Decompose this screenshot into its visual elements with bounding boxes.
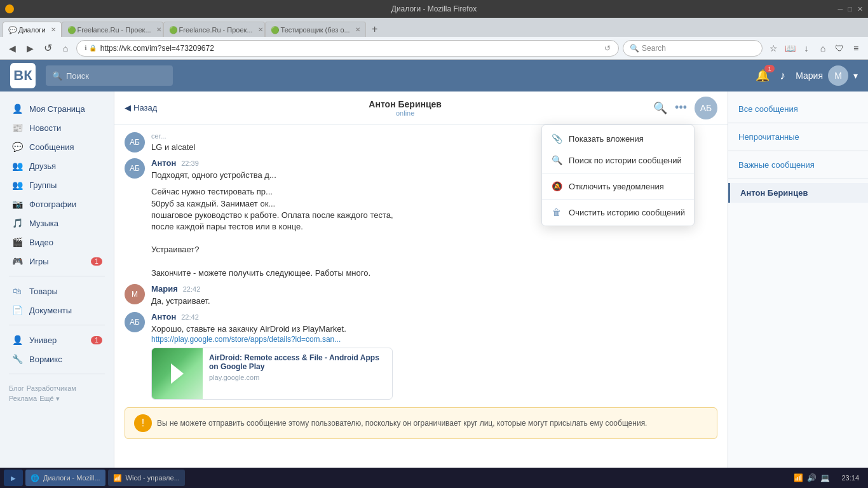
notifications-button[interactable]: 🔔 1 bbox=[756, 69, 770, 83]
sidebar-item-photos[interactable]: 📷 Фотографии bbox=[3, 194, 111, 214]
reading-view-button[interactable]: 📖 bbox=[783, 41, 797, 55]
msg-text-maria: Да, устраивает. bbox=[151, 295, 717, 307]
sidebar-item-docs[interactable]: 📄 Документы bbox=[3, 301, 111, 320]
tab-close-freelance1[interactable]: ✕ bbox=[156, 26, 161, 33]
browser-tabs: 💬 Диалоги ✕ 🟢 Freelance.Ru - Проек... ✕ … bbox=[0, 18, 868, 37]
sidebar-item-univer[interactable]: 👤 Универ 1 bbox=[3, 330, 111, 349]
bookmarks-star-button[interactable]: ☆ bbox=[766, 41, 780, 55]
chat-search-icon[interactable]: 🔍 bbox=[653, 101, 667, 115]
sidebar-item-groups[interactable]: 👥 Группы bbox=[3, 175, 111, 194]
context-item-clear-history[interactable]: 🗑 Очистить историю сообщений bbox=[542, 201, 694, 223]
tab-close-freelance2[interactable]: ✕ bbox=[258, 26, 263, 33]
tab-freelance1[interactable]: 🟢 Freelance.Ru - Проек... ✕ bbox=[62, 22, 163, 37]
new-tab-button[interactable]: + bbox=[366, 22, 384, 37]
dialogi-app-icon: 🌐 bbox=[31, 474, 39, 482]
search-history-icon: 🔍 bbox=[551, 155, 562, 165]
forward-button[interactable]: ▶ bbox=[23, 41, 37, 55]
chat-contact-status: online bbox=[165, 109, 646, 117]
chat-back-button[interactable]: ◀ Назад bbox=[125, 103, 157, 112]
refresh-button[interactable]: ↺ bbox=[41, 41, 55, 55]
sidebar-label-messages: Сообщения bbox=[29, 142, 74, 152]
msg-sender-anton1[interactable]: Антон bbox=[151, 158, 176, 168]
right-panel-important[interactable]: Важные сообщения bbox=[728, 155, 868, 175]
chat-more-icon[interactable]: ••• bbox=[675, 101, 687, 114]
sidebar-label-docs: Документы bbox=[29, 306, 72, 315]
tab-freelance2[interactable]: 🟢 Freelance.Ru - Проек... ✕ bbox=[163, 22, 265, 37]
tab-tester[interactable]: 🟢 Тестировщик (без о... ✕ bbox=[265, 22, 366, 37]
attachment-icon: 📎 bbox=[551, 133, 562, 144]
music-button[interactable]: ♪ bbox=[780, 69, 785, 83]
taskbar-start-button[interactable]: ▶ bbox=[4, 470, 23, 486]
footer-more[interactable]: Ещё ▾ bbox=[39, 395, 60, 403]
download-button[interactable]: ↓ bbox=[799, 41, 813, 55]
sidebar-item-vormix[interactable]: 🔧 Вормикс bbox=[3, 349, 111, 369]
tab-dialogi[interactable]: 💬 Диалоги ✕ bbox=[3, 22, 62, 37]
right-panel-divider-1 bbox=[728, 123, 868, 123]
taskbar-app-wicd[interactable]: 📶 Wicd - управле... bbox=[108, 470, 185, 486]
context-item-show-attachments[interactable]: 📎 Показать вложения bbox=[542, 128, 694, 149]
menu-button[interactable]: ≡ bbox=[849, 41, 863, 55]
address-bar[interactable]: ℹ 🔒 https://vk.com/im?sel=473209672 ↺ bbox=[76, 40, 619, 57]
sidebar-item-music[interactable]: 🎵 Музыка bbox=[3, 214, 111, 233]
vk-logo[interactable]: ВК bbox=[10, 63, 36, 88]
right-panel-unread[interactable]: Непрочитанные bbox=[728, 127, 868, 147]
sidebar-item-market[interactable]: 🛍 Товары bbox=[3, 281, 111, 301]
tab-close-tester[interactable]: ✕ bbox=[355, 26, 360, 33]
address-refresh-icon[interactable]: ↺ bbox=[604, 44, 611, 53]
sidebar-item-news[interactable]: 📰 Новости bbox=[3, 118, 111, 137]
msg-card-thumb bbox=[152, 348, 203, 399]
market-icon: 🛍 bbox=[11, 285, 23, 297]
msg-sender-maria[interactable]: Мария bbox=[151, 284, 178, 294]
browser-addressbar: ◀ ▶ ↺ ⌂ ℹ 🔒 https://vk.com/im?sel=473209… bbox=[0, 37, 868, 60]
address-info-icon: ℹ 🔒 bbox=[85, 44, 97, 51]
univer-badge: 1 bbox=[91, 336, 102, 344]
home-button[interactable]: ⌂ bbox=[58, 41, 72, 55]
volume-icon[interactable]: 🔊 bbox=[807, 473, 817, 482]
vk-header-icons: 🔔 1 ♪ bbox=[756, 69, 785, 83]
msg-sender-anton3[interactable]: Антон bbox=[151, 312, 176, 322]
sidebar-item-games[interactable]: 🎮 Игры 1 bbox=[3, 252, 111, 271]
msg-time-maria: 22:42 bbox=[183, 285, 201, 293]
maximize-button[interactable]: □ bbox=[848, 5, 852, 13]
sidebar-item-messages[interactable]: 💬 Сообщения bbox=[3, 137, 111, 156]
close-button[interactable]: ✕ bbox=[857, 5, 863, 13]
sidebar-item-friends[interactable]: 👥 Друзья bbox=[3, 156, 111, 175]
sidebar-item-my-page[interactable]: 👤 Моя Страница bbox=[3, 99, 111, 118]
user-dropdown-arrow[interactable]: ▾ bbox=[853, 71, 858, 81]
chat-contact-avatar[interactable]: АБ bbox=[695, 97, 717, 119]
vk-search-placeholder: Поиск bbox=[66, 71, 89, 81]
traffic-light-icon[interactable] bbox=[5, 4, 14, 13]
minimize-button[interactable]: ─ bbox=[838, 5, 843, 13]
browser-search-bar[interactable]: 🔍 Search bbox=[623, 40, 763, 57]
docs-icon: 📄 bbox=[11, 304, 23, 316]
vk-search-box[interactable]: 🔍 Поиск bbox=[46, 65, 173, 86]
warning-icon: ! bbox=[134, 414, 152, 432]
back-button[interactable]: ◀ bbox=[5, 41, 19, 55]
footer-dev[interactable]: Разработчикам bbox=[27, 384, 76, 392]
start-icon: ▶ bbox=[11, 475, 16, 482]
msg-content-maria: Мария 22:42 Да, устраивает. bbox=[151, 284, 717, 307]
msg-link-airdroid[interactable]: https://play.google.com/store/apps/detai… bbox=[151, 335, 717, 344]
network-icon[interactable]: 📶 bbox=[794, 473, 803, 482]
sidebar-label-market: Товары bbox=[29, 287, 58, 296]
home-toolbar-button[interactable]: ⌂ bbox=[816, 41, 830, 55]
taskbar-sys-icons: 📶 🔊 💻 bbox=[790, 473, 834, 482]
footer-blog[interactable]: Блог bbox=[9, 384, 24, 392]
right-panel-active-contact[interactable]: Антон Беринцев bbox=[728, 183, 868, 203]
sidebar-item-video[interactable]: 🎬 Видео bbox=[3, 233, 111, 252]
user-menu[interactable]: Мария М ▾ bbox=[796, 65, 858, 86]
msg-card-airdroid[interactable]: AirDroid: Remote access & File - Android… bbox=[151, 348, 393, 400]
taskbar-app-dialogi[interactable]: 🌐 Диалоги - Mozill... bbox=[25, 470, 105, 486]
sidebar-divider-1 bbox=[9, 276, 105, 276]
context-item-search-history[interactable]: 🔍 Поиск по истории сообщений bbox=[542, 149, 694, 171]
msg-time-anton1: 22:39 bbox=[181, 159, 199, 167]
right-panel-all-messages[interactable]: Все сообщения bbox=[728, 99, 868, 119]
tab-close-dialogi[interactable]: ✕ bbox=[51, 26, 56, 33]
footer-ads[interactable]: Реклама bbox=[9, 395, 37, 403]
battery-icon[interactable]: 💻 bbox=[820, 473, 830, 482]
shield-button[interactable]: 🛡 bbox=[832, 41, 846, 55]
user-avatar: М bbox=[828, 65, 848, 86]
context-item-disable-notifications[interactable]: 🔕 Отключить уведомления bbox=[542, 175, 694, 197]
sidebar-label-music: Музыка bbox=[29, 219, 58, 228]
msg-content-anton3: Антон 22:42 Хорошо, ставьте на закачку A… bbox=[151, 312, 717, 400]
